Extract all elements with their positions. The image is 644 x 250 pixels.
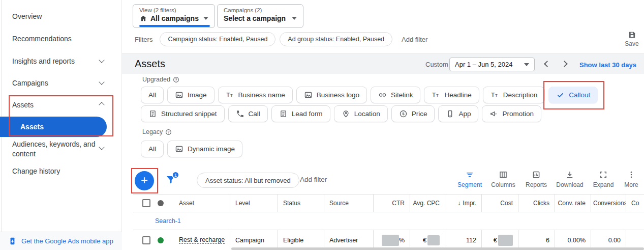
row-checkbox[interactable] bbox=[142, 236, 150, 244]
header-cost[interactable]: Cost bbox=[482, 195, 518, 212]
header-asset[interactable]: Asset bbox=[133, 195, 230, 212]
asset-type-chip-business-logo[interactable]: Business logo bbox=[296, 87, 367, 103]
asset-type-chip-headline[interactable]: Headline bbox=[424, 87, 479, 103]
page-header: Assets Custom Apr 1 – Jun 5, 2024 Show l… bbox=[122, 53, 644, 74]
asset-type-chip-structured-snippet[interactable]: Structured snippet bbox=[141, 105, 225, 122]
more-vertical-icon bbox=[627, 170, 636, 179]
expand-icon bbox=[599, 170, 608, 179]
active-view-indicator bbox=[139, 25, 210, 27]
image-icon bbox=[175, 145, 183, 153]
columns-icon bbox=[499, 170, 508, 179]
nav-rail-divider bbox=[2, 0, 2, 232]
action-label: Expand bbox=[593, 181, 614, 188]
sidebar-item-audiences[interactable]: Audiences, keywords, and content bbox=[12, 140, 98, 159]
download-button[interactable]: Download bbox=[553, 170, 587, 188]
asset-type-chip-image[interactable]: Image bbox=[167, 87, 214, 103]
column-label: CTR bbox=[392, 200, 405, 207]
asset-name-link[interactable]: Rest & recharge bbox=[179, 236, 225, 244]
table-add-filter-button[interactable]: Add filter bbox=[300, 176, 327, 183]
campaign-group-link[interactable]: Search-1 bbox=[155, 217, 181, 225]
expand-button[interactable]: Expand bbox=[587, 170, 620, 188]
redacted-value bbox=[382, 235, 399, 246]
sidebar-item-insights-reports[interactable]: Insights and reports bbox=[12, 57, 75, 66]
chevron-up-icon bbox=[99, 102, 104, 107]
sidebar-item-campaigns[interactable]: Campaigns bbox=[12, 78, 48, 88]
header-level[interactable]: Level bbox=[230, 195, 278, 212]
date-range-selector[interactable]: Apr 1 – Jun 5, 2024 bbox=[449, 58, 535, 71]
previous-period-button[interactable] bbox=[544, 61, 550, 67]
location-pin-icon bbox=[342, 109, 350, 118]
header-impressions[interactable]: ↓Impr. bbox=[445, 195, 482, 212]
legacy-section-label: Legacy bbox=[142, 128, 172, 135]
header-conversions[interactable]: Conversions bbox=[591, 195, 626, 212]
filter-chip-adgroup-status[interactable]: Ad group status: Enabled, Paused bbox=[280, 32, 392, 46]
table-header-row: Asset Level Status Source CTR Avg. CPC ↓… bbox=[133, 194, 644, 212]
sidebar-item-label: Change history bbox=[12, 167, 60, 175]
header-clicks[interactable]: Clicks bbox=[518, 195, 555, 212]
header-truncated[interactable]: Co bbox=[626, 195, 644, 212]
asset-type-chip-sitelink[interactable]: Sitelink bbox=[371, 87, 421, 103]
horizontal-scrollbar[interactable] bbox=[231, 247, 644, 250]
filter-funnel-button[interactable]: 1 bbox=[165, 174, 180, 189]
sidebar-item-recommendations[interactable]: Recommendations bbox=[12, 34, 72, 44]
save-label: Save bbox=[625, 40, 638, 47]
chevron-down-icon bbox=[99, 144, 104, 150]
asset-type-chip-business-name[interactable]: Business name bbox=[218, 87, 293, 103]
legacy-label-text: Legacy bbox=[142, 128, 163, 135]
show-last-30-days-link[interactable]: Show last 30 days bbox=[579, 61, 636, 69]
next-period-button[interactable] bbox=[561, 61, 568, 67]
chip-label: App bbox=[458, 110, 471, 118]
more-button[interactable]: More bbox=[620, 170, 643, 188]
image-icon bbox=[175, 91, 183, 99]
asset-type-chip-promotion[interactable]: Promotion bbox=[482, 105, 541, 122]
cell-value: Eligible bbox=[283, 237, 303, 244]
header-avg-cpc[interactable]: Avg. CPC bbox=[410, 195, 445, 212]
save-button[interactable]: Save bbox=[621, 31, 643, 47]
columns-button[interactable]: Columns bbox=[486, 170, 520, 188]
chip-label: Business name bbox=[238, 91, 285, 99]
chip-label: Callout bbox=[569, 91, 590, 99]
mobile-app-link[interactable]: Get the Google Ads mobile app bbox=[21, 237, 113, 245]
header-status[interactable]: Status bbox=[278, 195, 324, 212]
asset-type-chip-lead-form[interactable]: Lead form bbox=[271, 105, 330, 122]
sidebar-item-assets-selected[interactable]: Assets bbox=[0, 117, 107, 137]
chip-label: Image bbox=[188, 91, 207, 99]
text-icon bbox=[432, 91, 440, 99]
action-label: Segment bbox=[457, 181, 482, 188]
campaign-selector[interactable]: Campaigns (2) Select a campaign bbox=[217, 4, 303, 28]
legacy-chip-dynamic-image[interactable]: Dynamic image bbox=[167, 141, 242, 157]
asset-type-chip-call[interactable]: Call bbox=[228, 105, 268, 122]
chip-label: Description bbox=[503, 91, 538, 99]
header-conv-rate[interactable]: Conv. rate bbox=[555, 195, 591, 212]
help-icon[interactable] bbox=[173, 76, 179, 83]
filters-bar: Filters Campaign status: Enabled, Paused… bbox=[135, 32, 427, 47]
reports-button[interactable]: Reports bbox=[520, 170, 553, 188]
chevron-down-icon bbox=[99, 57, 104, 63]
asset-type-chip-app[interactable]: App bbox=[438, 105, 478, 122]
add-filter-button[interactable]: Add filter bbox=[402, 36, 427, 43]
smartphone-icon bbox=[446, 109, 454, 118]
view-selector[interactable]: View (2 filters) All campaigns bbox=[133, 4, 215, 28]
date-range-value: Apr 1 – Jun 5, 2024 bbox=[455, 61, 512, 68]
sidebar-item-assets-section[interactable]: Assets bbox=[12, 100, 34, 110]
column-label: Level bbox=[235, 200, 250, 207]
header-ctr[interactable]: CTR bbox=[374, 195, 410, 212]
add-asset-button[interactable]: + bbox=[135, 171, 154, 190]
segment-button[interactable]: Segment bbox=[453, 170, 486, 188]
megaphone-icon bbox=[489, 109, 498, 118]
filter-chip-campaign-status[interactable]: Campaign status: Enabled, Paused bbox=[160, 32, 275, 46]
sort-descending-icon: ↓ bbox=[457, 200, 461, 207]
sidebar-item-overview[interactable]: Overview bbox=[12, 12, 42, 21]
header-source[interactable]: Source bbox=[324, 195, 374, 212]
asset-type-chip-location[interactable]: Location bbox=[334, 105, 388, 122]
legacy-chip-all[interactable]: All bbox=[141, 141, 164, 157]
asset-type-chip-all[interactable]: All bbox=[141, 87, 164, 103]
asset-type-chip-description[interactable]: Description bbox=[483, 87, 545, 103]
dropdown-caret-icon bbox=[292, 17, 297, 20]
help-icon[interactable] bbox=[165, 129, 172, 135]
sidebar-item-change-history[interactable]: Change history bbox=[12, 166, 60, 176]
asset-type-chip-price[interactable]: Price bbox=[391, 105, 435, 122]
asset-type-chip-callout-selected[interactable]: Callout bbox=[548, 87, 598, 103]
asset-status-filter-chip[interactable]: Asset status: All but removed bbox=[197, 173, 299, 188]
select-all-checkbox[interactable] bbox=[142, 199, 150, 207]
